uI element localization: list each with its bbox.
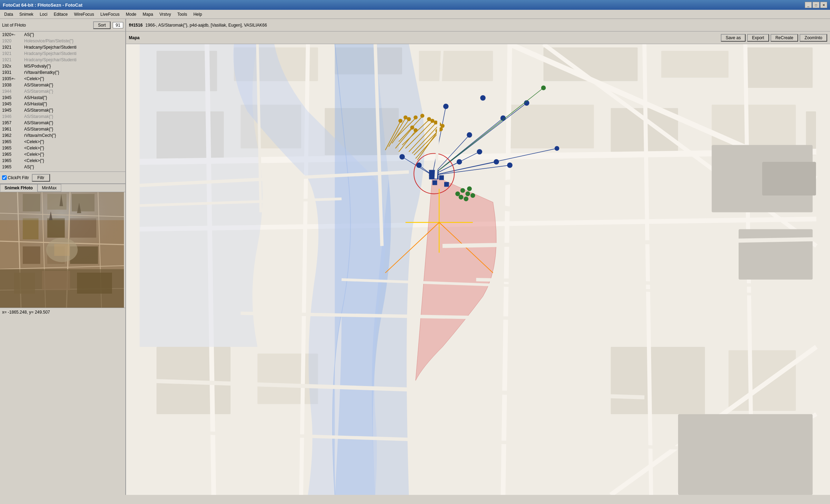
list-item[interactable]: 1920Holesovice/Plan/Sletiste{"}	[0, 38, 125, 44]
list-item-location: AS/Staromak{"}	[24, 127, 53, 132]
recreate-button[interactable]: ReCreate	[770, 34, 798, 42]
list-item-location: AS/Staromak{"}	[24, 114, 53, 119]
list-item-year: 1931	[2, 70, 21, 75]
list-item-location: AS/Hastal{"}	[24, 95, 47, 100]
menu-item-loci[interactable]: Loci	[37, 11, 50, 18]
list-item-year: 1935+-	[2, 76, 21, 81]
list-item-year: 1938	[2, 83, 21, 88]
item-count-badge: 91	[113, 22, 123, 28]
list-item[interactable]: 1945AS/Staromak{"}	[0, 107, 125, 113]
svg-rect-42	[712, 105, 796, 148]
list-item-year: 1945	[2, 108, 21, 113]
menu-item-livefocus[interactable]: LiveFocus	[98, 11, 123, 18]
list-item[interactable]: 1962rVltava/mCech{"}	[0, 132, 125, 139]
photo-container	[0, 192, 124, 308]
maximize-button[interactable]: □	[812, 2, 819, 8]
minimize-button[interactable]: _	[805, 2, 812, 8]
menu-item-data[interactable]: Data	[1, 11, 16, 18]
export-button[interactable]: Export	[747, 34, 769, 42]
list-item-location: rVltava/mCech{"}	[24, 133, 56, 138]
menu-item-snimek[interactable]: Snimek	[16, 11, 36, 18]
list-item-year: 1921	[2, 45, 21, 50]
filtr-button[interactable]: Filtr	[32, 174, 50, 182]
list-item-location: AS/Staromak{"}	[24, 108, 53, 113]
menu-item-mapa[interactable]: Mapa	[140, 11, 156, 18]
list-item-year: 1965	[2, 139, 21, 144]
svg-rect-33	[419, 51, 493, 81]
svg-point-124	[467, 187, 472, 191]
list-item-location: <Celek>{"}	[24, 152, 44, 157]
list-item[interactable]: 1921Hradcany/Spejchar/Studenti	[0, 44, 125, 50]
svg-point-122	[464, 196, 468, 201]
svg-rect-127	[432, 180, 437, 185]
list-item[interactable]: 1946AS/Staromak{"}	[0, 113, 125, 120]
list-item[interactable]: 1944AS/Staromak{"}	[0, 88, 125, 94]
map-buttons: Save as Export ReCreate ZoomInto	[721, 34, 827, 42]
list-item[interactable]: 1945AS/Hastal{"}	[0, 101, 125, 107]
close-button[interactable]: ✕	[820, 2, 827, 8]
list-item-location: AS/Staromak{"}	[24, 83, 53, 88]
list-item-year: 1962	[2, 133, 21, 138]
svg-rect-126	[439, 175, 444, 180]
list-item[interactable]: 1965<Celek>{"}	[0, 145, 125, 151]
svg-point-114	[410, 126, 414, 130]
tab-minmax[interactable]: MinMax	[37, 184, 61, 192]
list-item[interactable]: 1965<Celek>{"}	[0, 151, 125, 158]
map-container[interactable]	[126, 44, 830, 495]
list-item-location: AS/Staromak{"}	[24, 89, 53, 94]
clickpt-filter-label[interactable]: ClickPt Filtr	[2, 175, 29, 180]
menu-item-wirefocus[interactable]: WireFocus	[71, 11, 97, 18]
list-item[interactable]: 1965<Celek>{"}	[0, 158, 125, 164]
svg-rect-61	[762, 162, 816, 195]
svg-rect-26	[42, 271, 70, 290]
save-as-button[interactable]: Save as	[721, 34, 746, 42]
list-item[interactable]: 1935+-<Celek>{"}	[0, 76, 125, 82]
list-item[interactable]: 1945AS/Hastal{"}	[0, 94, 125, 101]
list-item-location: Hradcany/Spejchar/Studenti	[24, 51, 76, 56]
list-item[interactable]: 1965<Celek>{"}	[0, 139, 125, 145]
sort-button[interactable]: Sort	[93, 21, 111, 29]
list-item[interactable]: 1938AS/Staromak{"}	[0, 82, 125, 88]
list-item[interactable]: 1921Hradcany/Spejchar/Studenti	[0, 50, 125, 57]
list-item-location: MS/Podvaly{"}	[24, 64, 51, 69]
list-item-year: 1921	[2, 57, 21, 62]
fhoto-list[interactable]: 1920+-AS{"}1920Holesovice/Plan/Sletiste{…	[0, 31, 125, 172]
list-item-year: 1946	[2, 114, 21, 119]
list-item-location: Hradcany/Spejchar/Studenti	[24, 57, 76, 62]
menu-item-help[interactable]: Help	[190, 11, 205, 18]
svg-point-90	[413, 115, 418, 120]
list-item[interactable]: 1921Hradcany/Spejchar/Studenti	[0, 57, 125, 63]
menu-item-editace[interactable]: Editace	[51, 11, 70, 18]
list-item[interactable]: 192xMS/Podvaly{"}	[0, 63, 125, 69]
list-item[interactable]: 1957AS/Staromak{"}	[0, 120, 125, 126]
tab-snimek-fhoto[interactable]: Snimek FHoto	[0, 184, 37, 192]
map-toolbar: Mapa Save as Export ReCreate ZoomInto	[126, 31, 830, 44]
svg-point-116	[413, 128, 418, 132]
svg-point-112	[398, 119, 403, 123]
menu-item-tools[interactable]: Tools	[174, 11, 190, 18]
list-item-location: AS{"}	[24, 164, 34, 169]
svg-rect-62	[678, 414, 812, 495]
menu-item-mode[interactable]: Mode	[123, 11, 139, 18]
clickpt-filter-checkbox[interactable]	[2, 175, 7, 180]
zoom-into-button[interactable]: ZoomInto	[800, 34, 827, 42]
list-item-year: 1965	[2, 152, 21, 157]
fhoto-list-title: List of FHoto	[2, 23, 91, 28]
fhoto-details: 1966-, AS/Staromak{"}, p4d-aajdb, [Vasil…	[145, 23, 267, 28]
list-item-year: 1944	[2, 89, 21, 94]
list-item-location: Hradcany/Spejchar/Studenti	[24, 45, 76, 50]
title-controls: _ □ ✕	[805, 2, 827, 8]
photo-svg	[0, 192, 124, 308]
menu-bar: DataSnimekLociEditaceWireFocusLiveFocusM…	[0, 10, 830, 19]
menu-item-vrstvy[interactable]: Vrstvy	[157, 11, 174, 18]
list-item[interactable]: 1920+-AS{"}	[0, 31, 125, 38]
photo-canvas	[0, 192, 124, 308]
list-item[interactable]: 1965AS{"}	[0, 164, 125, 170]
svg-point-120	[465, 191, 470, 196]
list-item-location: AS/Hastal{"}	[24, 102, 47, 106]
main-layout: List of FHoto Sort 91 1920+-AS{"}1920Hol…	[0, 19, 830, 495]
list-item-year: 1921	[2, 51, 21, 56]
list-item[interactable]: 1961AS/Staromak{"}	[0, 126, 125, 132]
svg-point-119	[460, 188, 465, 192]
list-item[interactable]: 1931rVltava/rBenatky{"}	[0, 69, 125, 76]
